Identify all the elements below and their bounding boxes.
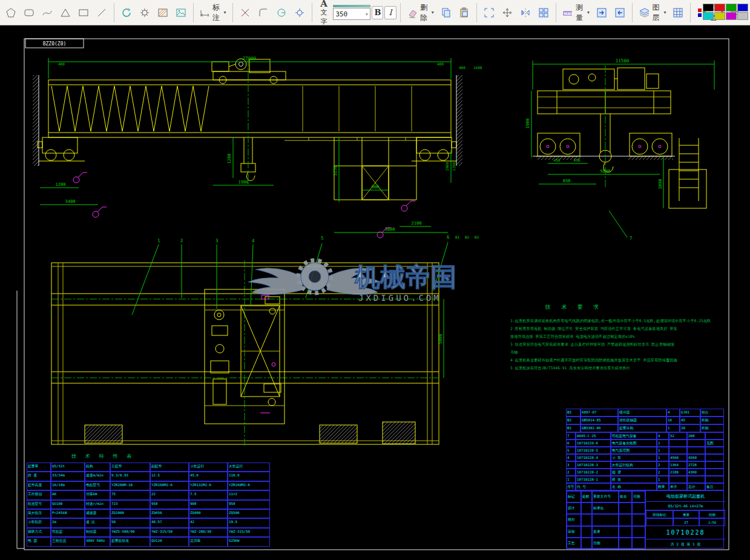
roundrect-icon xyxy=(23,7,35,19)
table-cell: 1 xyxy=(657,476,669,483)
table-cell: 12.5 xyxy=(150,472,189,481)
table-cell: 45 xyxy=(680,417,700,424)
mirror-icon xyxy=(519,7,531,19)
array-grid-icon xyxy=(538,7,550,19)
svg-text:3250: 3250 xyxy=(333,166,338,176)
svg-text:3400: 3400 xyxy=(65,199,76,204)
italic-button[interactable]: I xyxy=(384,6,396,19)
table-cell xyxy=(592,514,619,525)
hatch-tool-button[interactable] xyxy=(154,5,171,21)
bom-parts-list-table: 7A045-C-25司机室电气设备452208610710229-6电气设备安装… xyxy=(566,432,724,490)
import-button[interactable] xyxy=(611,5,628,21)
table-cell: 阶段标记 xyxy=(646,510,673,518)
table-cell: 电气原理图 xyxy=(611,447,657,454)
svg-text:2100: 2100 xyxy=(412,221,422,226)
font-size-select[interactable]: 350 ▾ xyxy=(333,8,370,20)
svg-text:接地导线连接 安装工艺符合国家标准 电源电压波动不超过额: 接地导线连接 安装工艺符合国家标准 电源电压波动不超过额定值的±10% xyxy=(510,334,635,339)
table-cell: 处数 xyxy=(581,491,592,502)
end-carriages xyxy=(38,137,456,161)
gear-tool-button[interactable] xyxy=(136,5,153,21)
text-tool-button[interactable]: A 文字 xyxy=(316,0,332,27)
color-swatch[interactable] xyxy=(737,4,748,12)
chevron-down-icon: ▾ xyxy=(587,10,590,15)
svg-text:1200: 1200 xyxy=(56,182,66,187)
rotate-tool-button[interactable] xyxy=(118,5,135,21)
triangle-icon xyxy=(59,7,71,19)
table-cell: 10710228-4 xyxy=(576,454,611,461)
paste-button[interactable] xyxy=(456,5,473,21)
table-cell: 操纵方式 xyxy=(27,528,51,537)
table-cell: 更改文件号 xyxy=(592,491,619,502)
mirror-tool-button[interactable] xyxy=(517,5,534,21)
svg-text:3: 3 xyxy=(215,238,219,243)
table-cell xyxy=(646,518,673,526)
end-view-ladder xyxy=(669,138,706,208)
table-cell: 设计 xyxy=(567,502,581,514)
layer-menu-button[interactable]: 图层▾ xyxy=(636,1,668,25)
move-tool-button[interactable] xyxy=(499,5,516,21)
trim-tool-button[interactable] xyxy=(237,5,254,21)
rectangle-tool-button[interactable] xyxy=(75,5,92,21)
svg-text:5: 5 xyxy=(321,236,324,241)
table-cell xyxy=(581,538,592,549)
table-cell: B1 xyxy=(566,424,581,432)
dimension-icon xyxy=(200,7,209,18)
text-color-strip[interactable] xyxy=(333,5,370,7)
table-cell: 908 xyxy=(189,500,228,509)
image-tool-button[interactable] xyxy=(173,5,189,21)
table-cell: Q5/32t xyxy=(51,463,85,472)
spline-tool-button[interactable] xyxy=(39,5,56,21)
font-size-control: 350 ▾ xyxy=(333,5,370,20)
delete-menu-button[interactable]: 删除▾ xyxy=(404,1,436,25)
color-swatch[interactable] xyxy=(714,4,725,12)
color-swatch[interactable] xyxy=(726,12,737,20)
table-cell: 起重机轨道 xyxy=(110,537,150,546)
paste-icon xyxy=(458,7,470,19)
options-gear-button[interactable] xyxy=(291,5,308,21)
table-cell: GB5014-85 xyxy=(581,417,618,424)
measure-menu-button[interactable]: 测量▾ xyxy=(560,1,592,25)
table-cell: 见图 xyxy=(705,440,724,447)
table-cell xyxy=(669,476,687,483)
color-swatch[interactable] xyxy=(714,12,725,20)
main-toolbar: 标注▾ A 文字 350 ▾ B I 删除▾ xyxy=(0,0,750,25)
bold-button[interactable]: B xyxy=(372,6,383,19)
table-cell xyxy=(705,461,724,469)
table-cell: 6 xyxy=(566,440,576,447)
copy-button[interactable] xyxy=(438,5,455,21)
table-cell: 总计 xyxy=(687,483,705,490)
table-cell: 52 xyxy=(669,432,687,440)
export-icon xyxy=(596,7,608,19)
color-swatch[interactable] xyxy=(703,12,714,20)
svg-text:1490: 1490 xyxy=(473,65,482,70)
table-cell: 标记 xyxy=(567,491,581,502)
table-cell: 校对 xyxy=(567,514,581,525)
copy-icon xyxy=(440,7,452,19)
table-cell: A045-C-25 xyxy=(576,432,611,440)
export-button[interactable] xyxy=(593,5,610,21)
table-cell: 208 xyxy=(687,432,705,440)
table-cell: 标准化 xyxy=(592,502,619,514)
line-tool-button[interactable] xyxy=(93,5,110,21)
grid-view-button[interactable] xyxy=(669,5,686,21)
table-cell: 10710228-2 xyxy=(576,469,611,476)
circle-tool-button[interactable] xyxy=(273,5,290,21)
crop-tool-button[interactable] xyxy=(481,5,498,21)
table-cell: QU100 xyxy=(51,500,85,509)
front-dimensions: 27000 400 400 400 1490 1900 1200 1200 34… xyxy=(40,56,482,232)
polygon-tool-button[interactable] xyxy=(2,5,19,21)
color-swatch[interactable] xyxy=(737,12,748,20)
table-cell: A6 xyxy=(51,490,85,499)
color-swatch[interactable] xyxy=(726,4,737,12)
title-block-main: 电动双梁桥式起重机 Q5/32t-A6 Lk=27m 阶段标记重量比例271:5… xyxy=(645,491,725,549)
svg-text:1.起重机安装调试前各机构所有电气线路的绝缘电阻,在一般环境: 1.起重机安装调试前各机构所有电气线路的绝缘电阻,在一般环境中应不小于0.5兆欧… xyxy=(510,318,711,323)
fillet-tool-button[interactable] xyxy=(255,5,272,21)
annotate-menu-button[interactable]: 标注▾ xyxy=(197,1,229,25)
array-tool-button[interactable] xyxy=(535,5,552,21)
color-swatch[interactable] xyxy=(703,4,714,12)
table-cell: 机构 xyxy=(85,463,110,472)
svg-text:400: 400 xyxy=(459,65,465,70)
table-cell: 比例 xyxy=(699,510,725,518)
roundrect-tool-button[interactable] xyxy=(21,5,38,21)
triangle-tool-button[interactable] xyxy=(57,5,74,21)
